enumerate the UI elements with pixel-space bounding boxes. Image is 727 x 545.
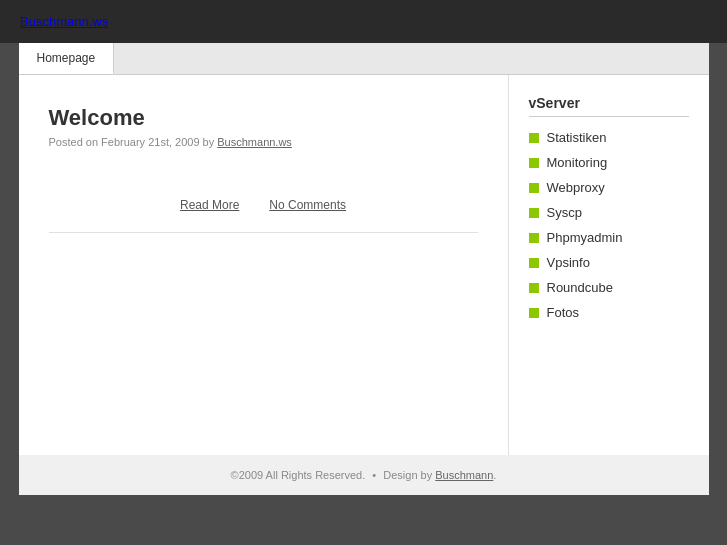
footer-design-text: Design by: [383, 469, 432, 481]
post-links: Read More No Comments: [49, 198, 478, 233]
no-comments-link[interactable]: No Comments: [269, 198, 346, 212]
list-item: Vpsinfo: [529, 250, 689, 275]
sidebar-link-phpmyadmin[interactable]: Phpmyadmin: [547, 230, 623, 245]
post-title: Welcome: [49, 105, 478, 131]
post-author-link[interactable]: Buschmann.ws: [217, 136, 292, 148]
sidebar-link-roundcube[interactable]: Roundcube: [547, 280, 614, 295]
nav-bar: Homepage: [19, 43, 709, 75]
main-content: Welcome Posted on February 21st, 2009 by…: [19, 75, 509, 455]
sidebar: vServer StatistikenMonitoringWebproxySys…: [509, 75, 709, 455]
list-item: Roundcube: [529, 275, 689, 300]
sidebar-list: StatistikenMonitoringWebproxySyscpPhpmya…: [529, 125, 689, 325]
tab-homepage[interactable]: Homepage: [19, 43, 115, 74]
list-bullet-icon: [529, 208, 539, 218]
post-meta-text: Posted on February 21st, 2009 by: [49, 136, 215, 148]
site-header: Buschmann.ws: [0, 0, 727, 43]
list-bullet-icon: [529, 158, 539, 168]
sidebar-link-syscp[interactable]: Syscp: [547, 205, 582, 220]
sidebar-link-vpsinfo[interactable]: Vpsinfo: [547, 255, 590, 270]
sidebar-link-fotos[interactable]: Fotos: [547, 305, 580, 320]
footer-design-link[interactable]: Buschmann: [435, 469, 493, 481]
list-item: Phpmyadmin: [529, 225, 689, 250]
sidebar-link-webproxy[interactable]: Webproxy: [547, 180, 605, 195]
list-bullet-icon: [529, 233, 539, 243]
sidebar-link-monitoring[interactable]: Monitoring: [547, 155, 608, 170]
sidebar-title: vServer: [529, 95, 689, 117]
list-bullet-icon: [529, 283, 539, 293]
page-footer: ©2009 All Rights Reserved. • Design by B…: [19, 455, 709, 495]
list-item: Monitoring: [529, 150, 689, 175]
list-bullet-icon: [529, 183, 539, 193]
list-bullet-icon: [529, 133, 539, 143]
page-wrapper: Homepage Welcome Posted on February 21st…: [19, 43, 709, 495]
list-item: Webproxy: [529, 175, 689, 200]
list-item: Fotos: [529, 300, 689, 325]
content-area: Welcome Posted on February 21st, 2009 by…: [19, 75, 709, 455]
footer-copyright: ©2009 All Rights Reserved.: [231, 469, 366, 481]
list-item: Statistiken: [529, 125, 689, 150]
post-meta: Posted on February 21st, 2009 by Buschma…: [49, 136, 478, 148]
sidebar-link-statistiken[interactable]: Statistiken: [547, 130, 607, 145]
list-item: Syscp: [529, 200, 689, 225]
list-bullet-icon: [529, 308, 539, 318]
site-title-link[interactable]: Buschmann.ws: [20, 14, 108, 29]
read-more-link[interactable]: Read More: [180, 198, 239, 212]
list-bullet-icon: [529, 258, 539, 268]
footer-separator: •: [372, 469, 376, 481]
